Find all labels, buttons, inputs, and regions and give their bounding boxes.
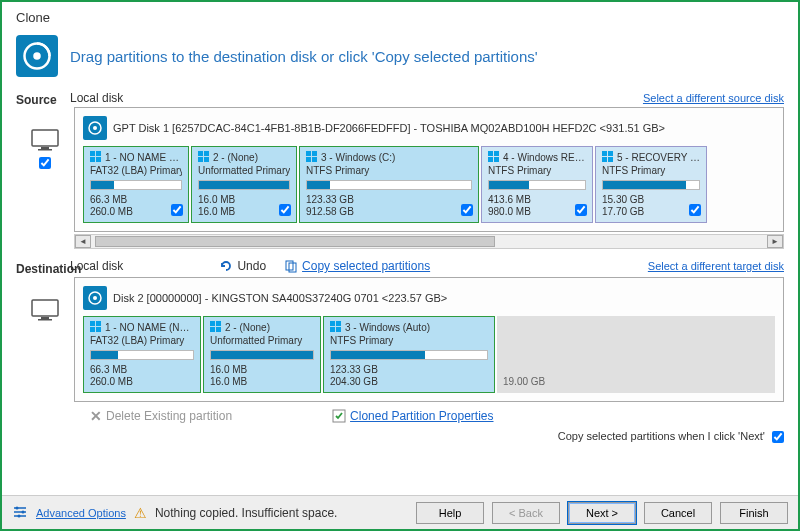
partition-fs: FAT32 (LBA) Primary xyxy=(90,165,182,176)
hdd-icon xyxy=(83,286,107,310)
svg-rect-10 xyxy=(96,157,101,162)
svg-rect-31 xyxy=(38,319,52,321)
windows-icon xyxy=(90,321,102,333)
windows-icon xyxy=(306,151,318,163)
svg-rect-7 xyxy=(90,151,95,156)
dest-disk-panel: Disk 2 [00000000] - KINGSTON SA400S37240… xyxy=(74,277,784,402)
partition-sizes: 123.33 GB912.58 GB xyxy=(306,194,472,218)
svg-rect-12 xyxy=(204,151,209,156)
partition-fs: NTFS Primary xyxy=(330,335,488,346)
partition[interactable]: 1 - NO NAME (None)FAT32 (LBA) Primary66.… xyxy=(83,316,201,393)
partition[interactable]: 2 - (None)Unformatted Primary16.0 MB16.0… xyxy=(191,146,297,223)
partition[interactable]: 2 - (None)Unformatted Primary16.0 MB16.0… xyxy=(203,316,321,393)
hdd-icon xyxy=(83,116,107,140)
svg-rect-44 xyxy=(330,327,335,332)
dest-local-disk-label: Local disk xyxy=(70,259,123,273)
warning-icon: ⚠ xyxy=(134,505,147,521)
partition-name: 5 - RECOVERY (D:) xyxy=(617,152,700,163)
windows-icon xyxy=(330,321,342,333)
svg-rect-29 xyxy=(32,300,58,316)
partition-fs: NTFS Primary xyxy=(488,165,586,176)
svg-point-49 xyxy=(18,514,21,517)
usage-bar xyxy=(330,350,488,360)
undo-button[interactable]: Undo xyxy=(219,259,266,273)
footer-bar: Advanced Options ⚠ Nothing copied. Insuf… xyxy=(2,495,798,529)
partition[interactable]: 4 - Windows RE tools (NTFS Primary413.6 … xyxy=(481,146,593,223)
svg-rect-11 xyxy=(198,151,203,156)
svg-rect-43 xyxy=(336,321,341,326)
cloned-properties-button[interactable]: Cloned Partition Properties xyxy=(332,409,493,423)
select-source-link[interactable]: Select a different source disk xyxy=(643,92,784,104)
partition-fs: NTFS Primary xyxy=(602,165,700,176)
svg-rect-19 xyxy=(488,151,493,156)
windows-icon xyxy=(90,151,102,163)
svg-rect-42 xyxy=(330,321,335,326)
scroll-thumb[interactable] xyxy=(95,236,495,247)
svg-rect-17 xyxy=(306,157,311,162)
svg-rect-22 xyxy=(494,157,499,162)
usage-bar xyxy=(602,180,700,190)
select-target-link[interactable]: Select a different target disk xyxy=(648,260,784,272)
partition[interactable]: 3 - Windows (C:)NTFS Primary123.33 GB912… xyxy=(299,146,479,223)
delete-partition-button[interactable]: ✕ Delete Existing partition xyxy=(90,408,232,424)
partition-name: 1 - NO NAME (None) xyxy=(105,322,194,333)
partition-name: 2 - (None) xyxy=(225,322,270,333)
partition-fs: FAT32 (LBA) Primary xyxy=(90,335,194,346)
partition[interactable]: 3 - Windows (Auto)NTFS Primary123.33 GB2… xyxy=(323,316,495,393)
partition-name: 3 - Windows (Auto) xyxy=(345,322,430,333)
svg-rect-13 xyxy=(198,157,203,162)
next-button[interactable]: Next > xyxy=(568,502,636,524)
copy-on-next-checkbox[interactable] xyxy=(772,431,784,443)
properties-icon xyxy=(332,409,346,423)
svg-rect-23 xyxy=(602,151,607,156)
svg-rect-18 xyxy=(312,157,317,162)
partition-checkbox[interactable] xyxy=(461,204,473,216)
copy-icon xyxy=(284,259,298,273)
source-disk-checkbox[interactable] xyxy=(39,157,51,169)
finish-button[interactable]: Finish xyxy=(720,502,788,524)
usage-bar xyxy=(488,180,586,190)
usage-bar xyxy=(90,350,194,360)
partition-checkbox[interactable] xyxy=(279,204,291,216)
monitor-icon xyxy=(31,129,59,151)
copy-selected-button[interactable]: Copy selected partitions xyxy=(284,259,430,273)
partition-checkbox[interactable] xyxy=(575,204,587,216)
scroll-left-button[interactable]: ◄ xyxy=(75,235,91,248)
source-disk-panel: GPT Disk 1 [6257DCAC-84C1-4FB1-8B1B-DF20… xyxy=(74,107,784,232)
source-disk-title: GPT Disk 1 [6257DCAC-84C1-4FB1-8B1B-DF20… xyxy=(113,122,665,134)
svg-rect-3 xyxy=(41,147,49,149)
svg-rect-37 xyxy=(96,327,101,332)
partition-fs: Unformatted Primary xyxy=(210,335,314,346)
svg-rect-21 xyxy=(488,157,493,162)
partition-checkbox[interactable] xyxy=(689,204,701,216)
windows-icon xyxy=(602,151,614,163)
usage-bar xyxy=(198,180,290,190)
cancel-button[interactable]: Cancel xyxy=(644,502,712,524)
svg-point-48 xyxy=(22,510,25,513)
dest-disk-title: Disk 2 [00000000] - KINGSTON SA400S37240… xyxy=(113,292,447,304)
partition-sizes: 66.3 MB260.0 MB xyxy=(90,364,194,388)
partition-checkbox[interactable] xyxy=(171,204,183,216)
partition[interactable]: 5 - RECOVERY (D:)NTFS Primary15.30 GB17.… xyxy=(595,146,707,223)
svg-rect-30 xyxy=(41,317,49,319)
partition-sizes: 123.33 GB204.30 GB xyxy=(330,364,488,388)
partition-sizes: 15.30 GB17.70 GB xyxy=(602,194,700,218)
svg-rect-38 xyxy=(210,321,215,326)
svg-rect-20 xyxy=(494,151,499,156)
unallocated-space[interactable]: 19.00 GB xyxy=(497,316,775,393)
scroll-right-button[interactable]: ► xyxy=(767,235,783,248)
partition-sizes: 16.0 MB16.0 MB xyxy=(210,364,314,388)
destination-label: Destination xyxy=(2,260,70,276)
back-button[interactable]: < Back xyxy=(492,502,560,524)
clone-icon xyxy=(16,35,58,77)
partition-name: 1 - NO NAME (Non xyxy=(105,152,182,163)
svg-rect-35 xyxy=(96,321,101,326)
partition[interactable]: 1 - NO NAME (NonFAT32 (LBA) Primary66.3 … xyxy=(83,146,189,223)
svg-point-47 xyxy=(16,506,19,509)
source-local-disk-label: Local disk xyxy=(70,91,123,105)
advanced-options-link[interactable]: Advanced Options xyxy=(36,507,126,519)
partition-sizes: 66.3 MB260.0 MB xyxy=(90,194,182,218)
svg-rect-45 xyxy=(336,327,341,332)
help-button[interactable]: Help xyxy=(416,502,484,524)
source-scrollbar[interactable]: ◄ ► xyxy=(74,234,784,249)
